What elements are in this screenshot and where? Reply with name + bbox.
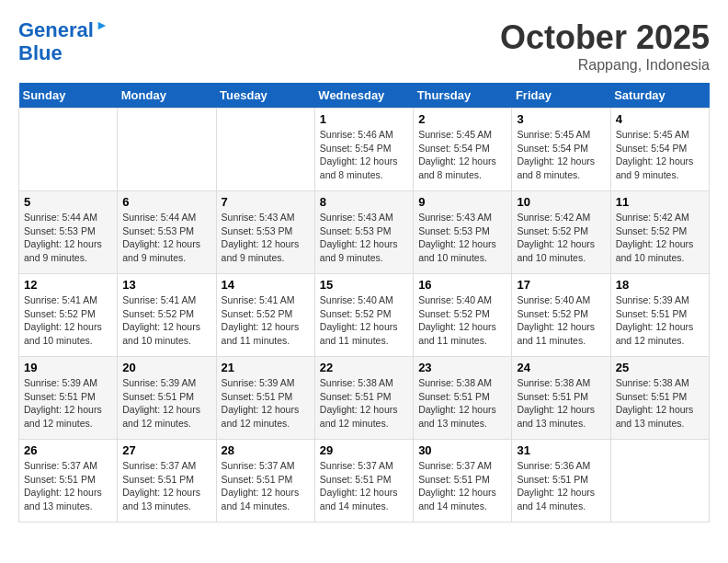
calendar-cell: 11Sunrise: 5:42 AM Sunset: 5:52 PM Dayli… [610,191,709,274]
calendar-week-row: 12Sunrise: 5:41 AM Sunset: 5:52 PM Dayli… [19,274,710,357]
calendar-cell: 7Sunrise: 5:43 AM Sunset: 5:53 PM Daylig… [216,191,314,274]
day-number: 26 [24,443,112,457]
calendar-cell: 15Sunrise: 5:40 AM Sunset: 5:52 PM Dayli… [314,274,413,357]
day-number: 14 [222,278,310,292]
day-number: 6 [122,195,210,209]
day-number: 12 [24,278,112,292]
calendar-cell: 13Sunrise: 5:41 AM Sunset: 5:52 PM Dayli… [118,274,216,357]
header-sunday: Sunday [19,83,118,109]
logo-blue: Blue [18,42,108,64]
day-detail: Sunrise: 5:40 AM Sunset: 5:52 PM Dayligh… [418,293,506,348]
calendar-cell: 23Sunrise: 5:38 AM Sunset: 5:51 PM Dayli… [414,357,512,440]
day-number: 21 [222,361,310,374]
day-number: 25 [616,361,704,374]
calendar-cell: 19Sunrise: 5:39 AM Sunset: 5:51 PM Dayli… [19,357,118,440]
day-detail: Sunrise: 5:39 AM Sunset: 5:51 PM Dayligh… [616,293,704,348]
calendar-cell: 28Sunrise: 5:37 AM Sunset: 5:51 PM Dayli… [216,440,314,523]
day-number: 4 [616,112,704,126]
calendar-cell [610,440,709,523]
day-detail: Sunrise: 5:45 AM Sunset: 5:54 PM Dayligh… [616,128,704,182]
day-number: 3 [517,112,605,126]
day-detail: Sunrise: 5:37 AM Sunset: 5:51 PM Dayligh… [320,459,408,513]
day-detail: Sunrise: 5:43 AM Sunset: 5:53 PM Dayligh… [418,211,506,265]
day-number: 27 [122,443,210,457]
day-detail: Sunrise: 5:44 AM Sunset: 5:53 PM Dayligh… [122,211,210,265]
day-detail: Sunrise: 5:43 AM Sunset: 5:53 PM Dayligh… [320,211,408,265]
day-number: 24 [517,361,605,374]
calendar-cell: 17Sunrise: 5:40 AM Sunset: 5:52 PM Dayli… [512,274,610,357]
day-number: 31 [517,443,605,457]
calendar-cell: 14Sunrise: 5:41 AM Sunset: 5:52 PM Dayli… [216,274,314,357]
day-number: 29 [320,443,408,457]
header-friday: Friday [512,83,610,109]
logo-arrow: ► [96,17,108,32]
day-number: 2 [418,112,506,126]
calendar-cell: 9Sunrise: 5:43 AM Sunset: 5:53 PM Daylig… [414,191,512,274]
calendar-cell: 25Sunrise: 5:38 AM Sunset: 5:51 PM Dayli… [610,357,709,440]
calendar-cell: 24Sunrise: 5:38 AM Sunset: 5:51 PM Dayli… [512,357,610,440]
calendar-cell: 30Sunrise: 5:37 AM Sunset: 5:51 PM Dayli… [414,440,512,523]
calendar-cell: 1Sunrise: 5:46 AM Sunset: 5:54 PM Daylig… [314,109,413,191]
location: Rappang, Indonesia [500,57,710,74]
day-number: 22 [320,361,408,374]
calendar-week-row: 5Sunrise: 5:44 AM Sunset: 5:53 PM Daylig… [19,191,710,274]
day-number: 13 [122,278,210,292]
calendar-cell [216,109,314,191]
day-detail: Sunrise: 5:41 AM Sunset: 5:52 PM Dayligh… [24,293,112,348]
day-detail: Sunrise: 5:36 AM Sunset: 5:51 PM Dayligh… [517,459,605,513]
day-detail: Sunrise: 5:38 AM Sunset: 5:51 PM Dayligh… [517,376,605,431]
day-number: 23 [418,361,506,374]
day-detail: Sunrise: 5:39 AM Sunset: 5:51 PM Dayligh… [122,376,210,431]
calendar-cell: 4Sunrise: 5:45 AM Sunset: 5:54 PM Daylig… [610,109,709,191]
day-detail: Sunrise: 5:46 AM Sunset: 5:54 PM Dayligh… [320,128,408,182]
calendar-cell [19,109,118,191]
day-detail: Sunrise: 5:41 AM Sunset: 5:52 PM Dayligh… [122,293,210,348]
day-detail: Sunrise: 5:45 AM Sunset: 5:54 PM Dayligh… [517,128,605,182]
header-saturday: Saturday [610,83,709,109]
day-detail: Sunrise: 5:44 AM Sunset: 5:53 PM Dayligh… [24,211,112,265]
day-number: 18 [616,278,704,292]
header-tuesday: Tuesday [216,83,314,109]
day-detail: Sunrise: 5:38 AM Sunset: 5:51 PM Dayligh… [616,376,704,431]
calendar-cell: 16Sunrise: 5:40 AM Sunset: 5:52 PM Dayli… [414,274,512,357]
day-number: 10 [517,195,605,209]
day-detail: Sunrise: 5:39 AM Sunset: 5:51 PM Dayligh… [24,376,112,431]
calendar-cell: 21Sunrise: 5:39 AM Sunset: 5:51 PM Dayli… [216,357,314,440]
calendar-cell: 3Sunrise: 5:45 AM Sunset: 5:54 PM Daylig… [512,109,610,191]
month-title: October 2025 [500,18,710,57]
calendar-cell: 22Sunrise: 5:38 AM Sunset: 5:51 PM Dayli… [314,357,413,440]
calendar-cell: 20Sunrise: 5:39 AM Sunset: 5:51 PM Dayli… [118,357,216,440]
calendar-cell: 8Sunrise: 5:43 AM Sunset: 5:53 PM Daylig… [314,191,413,274]
calendar-header-row: SundayMondayTuesdayWednesdayThursdayFrid… [19,83,710,109]
calendar-cell [118,109,216,191]
day-detail: Sunrise: 5:42 AM Sunset: 5:52 PM Dayligh… [616,211,704,265]
calendar-week-row: 19Sunrise: 5:39 AM Sunset: 5:51 PM Dayli… [19,357,710,440]
day-number: 30 [418,443,506,457]
calendar-cell: 10Sunrise: 5:42 AM Sunset: 5:52 PM Dayli… [512,191,610,274]
day-detail: Sunrise: 5:42 AM Sunset: 5:52 PM Dayligh… [517,211,605,265]
day-number: 15 [320,278,408,292]
calendar-cell: 5Sunrise: 5:44 AM Sunset: 5:53 PM Daylig… [19,191,118,274]
day-number: 19 [24,361,112,374]
day-detail: Sunrise: 5:37 AM Sunset: 5:51 PM Dayligh… [222,459,310,513]
header-thursday: Thursday [414,83,512,109]
day-detail: Sunrise: 5:38 AM Sunset: 5:51 PM Dayligh… [320,376,408,431]
day-number: 9 [418,195,506,209]
calendar-week-row: 26Sunrise: 5:37 AM Sunset: 5:51 PM Dayli… [19,440,710,523]
calendar-cell: 31Sunrise: 5:36 AM Sunset: 5:51 PM Dayli… [512,440,610,523]
calendar-table: SundayMondayTuesdayWednesdayThursdayFrid… [18,83,710,523]
logo: General► Blue [18,18,108,64]
day-number: 17 [517,278,605,292]
header-wednesday: Wednesday [314,83,413,109]
day-number: 28 [222,443,310,457]
title-section: October 2025 Rappang, Indonesia [500,18,710,74]
calendar-cell: 27Sunrise: 5:37 AM Sunset: 5:51 PM Dayli… [118,440,216,523]
day-detail: Sunrise: 5:40 AM Sunset: 5:52 PM Dayligh… [320,293,408,348]
day-detail: Sunrise: 5:37 AM Sunset: 5:51 PM Dayligh… [418,459,506,513]
day-number: 5 [24,195,112,209]
day-detail: Sunrise: 5:40 AM Sunset: 5:52 PM Dayligh… [517,293,605,348]
day-number: 11 [616,195,704,209]
day-detail: Sunrise: 5:38 AM Sunset: 5:51 PM Dayligh… [418,376,506,431]
calendar-cell: 26Sunrise: 5:37 AM Sunset: 5:51 PM Dayli… [19,440,118,523]
day-detail: Sunrise: 5:37 AM Sunset: 5:51 PM Dayligh… [122,459,210,513]
